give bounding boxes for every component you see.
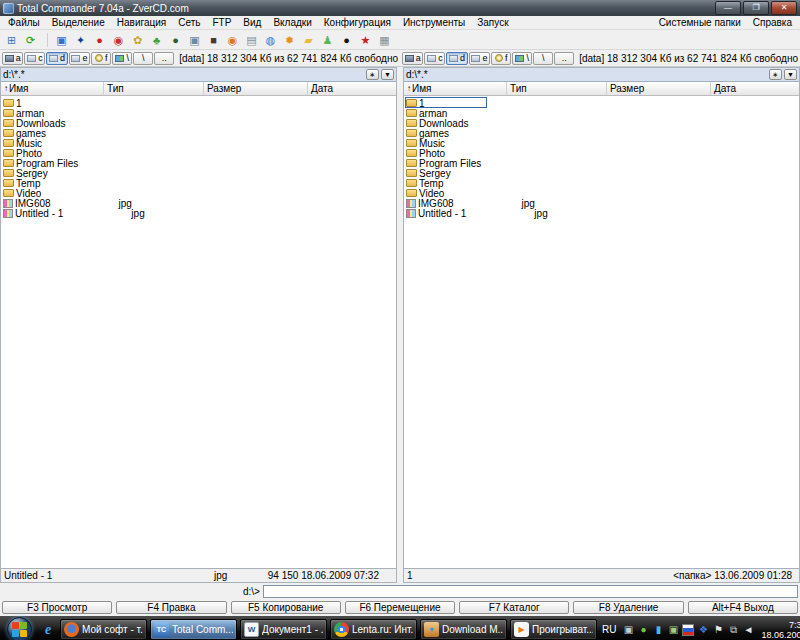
menu-item-9[interactable]: Инструменты [397, 17, 471, 28]
menu-item-8[interactable]: Конфигурация [318, 17, 397, 28]
current-path[interactable]: d:\*.* [406, 69, 767, 80]
network-status-icon[interactable]: ⧉ [727, 624, 739, 636]
panels-swap-icon[interactable]: ⊞ [3, 32, 20, 48]
app-green-icon[interactable]: ♟ [319, 32, 336, 48]
app-dark-disc-icon[interactable]: ● [167, 32, 184, 48]
ru-flag-icon[interactable] [682, 624, 694, 636]
drive-d-button[interactable]: d [46, 52, 67, 65]
history-button[interactable]: ▼ [381, 69, 394, 80]
file-row-11[interactable]: IMG608jpg [1, 198, 396, 208]
drive-e-button[interactable]: e [469, 52, 490, 65]
app-monitor-icon[interactable]: ▤ [243, 32, 260, 48]
file-row-1[interactable]: 1 [1, 98, 396, 108]
messenger-icon[interactable]: ▮ [652, 624, 664, 636]
maximize-button[interactable]: ❐ [743, 1, 769, 15]
menu-item-1[interactable]: Файлы [2, 17, 46, 28]
root-dir-button[interactable]: \ [133, 52, 153, 65]
network-root-button[interactable]: \ [112, 52, 132, 65]
file-list-right[interactable]: 1armanDownloadsgamesMusicPhotoProgram Fi… [404, 96, 799, 568]
internet-explorer-icon[interactable]: e [39, 622, 57, 638]
command-line-input[interactable] [263, 585, 798, 598]
file-row-8[interactable]: Sergey [1, 168, 396, 178]
volume-icon[interactable]: ◄ [742, 624, 754, 636]
app-grid-icon[interactable]: ▦ [376, 32, 393, 48]
taskbar-task-dm[interactable]: ▼Download M... [420, 619, 507, 640]
taskbar-task-player[interactable]: ▶Проигрыват... [510, 619, 597, 640]
parent-dir-button[interactable]: .. [554, 52, 574, 65]
drive-d-button[interactable]: d [446, 52, 467, 65]
favorites-button[interactable]: ∗ [366, 69, 379, 80]
fn-f8-button[interactable]: F8 Удаление [573, 601, 683, 614]
file-row-5[interactable]: Music [1, 138, 396, 148]
file-row-6[interactable]: Photo [1, 148, 396, 158]
app-eightball-icon[interactable]: ● [338, 32, 355, 48]
file-row-2[interactable]: arman [404, 108, 799, 118]
fn-f6-button[interactable]: F6 Перемещение [345, 601, 455, 614]
file-row-12[interactable]: Untitled - 1jpg [404, 208, 799, 218]
history-button[interactable]: ▼ [784, 69, 797, 80]
fn-f3-button[interactable]: F3 Просмотр [2, 601, 112, 614]
file-row-4[interactable]: games [404, 128, 799, 138]
drive-f-button[interactable]: f [491, 52, 511, 65]
menu-item-6[interactable]: Вид [237, 17, 267, 28]
column-header-type[interactable]: Тип [507, 82, 607, 95]
file-row-10[interactable]: Video [404, 188, 799, 198]
minimize-button[interactable]: — [715, 1, 741, 15]
app-fireball-icon[interactable]: ✹ [281, 32, 298, 48]
column-header-date[interactable]: Дата [308, 82, 396, 95]
file-row-12[interactable]: Untitled - 1jpg [1, 208, 396, 218]
security-center-icon[interactable]: ▣ [667, 624, 679, 636]
drive-a-button[interactable]: a [402, 52, 423, 65]
drive-a-button[interactable]: a [2, 52, 23, 65]
fn-f4-button[interactable]: F4 Правка [116, 601, 226, 614]
file-row-2[interactable]: arman [1, 108, 396, 118]
file-row-9[interactable]: Temp [404, 178, 799, 188]
file-row-4[interactable]: games [1, 128, 396, 138]
file-row-9[interactable]: Temp [1, 178, 396, 188]
taskbar-task-firefox[interactable]: Мой софт - т... [60, 619, 147, 640]
menu-item-right-2[interactable]: Справка [747, 17, 798, 28]
column-header-name[interactable]: ↑Имя [404, 82, 507, 95]
file-row-7[interactable]: Program Files [404, 158, 799, 168]
app-globe-icon[interactable]: ◍ [262, 32, 279, 48]
taskbar-task-tc[interactable]: TCTotal Comm... [150, 619, 237, 640]
taskbar-task-chrome[interactable]: Lenta.ru: Инт... [330, 619, 417, 640]
favorites-button[interactable]: ∗ [769, 69, 782, 80]
app-gray-window-icon[interactable]: ▣ [186, 32, 203, 48]
app-star-icon[interactable]: ★ [357, 32, 374, 48]
app-target-icon[interactable]: ◉ [110, 32, 127, 48]
app-dragon-icon[interactable]: ♣ [148, 32, 165, 48]
file-row-7[interactable]: Program Files [1, 158, 396, 168]
column-header-size[interactable]: Размер [607, 82, 711, 95]
column-header-size[interactable]: Размер [204, 82, 308, 95]
app-flower-icon[interactable]: ✿ [129, 32, 146, 48]
app-orange-disc-icon[interactable]: ◉ [224, 32, 241, 48]
parent-dir-button[interactable]: .. [154, 52, 174, 65]
root-dir-button[interactable]: \ [533, 52, 553, 65]
drive-f-button[interactable]: f [91, 52, 111, 65]
close-button[interactable]: ✕ [771, 1, 797, 15]
notification-flag-icon[interactable]: ⚑ [712, 624, 724, 636]
file-row-10[interactable]: Video [1, 188, 396, 198]
start-button[interactable] [7, 617, 32, 640]
app-dark-square-icon[interactable]: ■ [205, 32, 222, 48]
menu-item-4[interactable]: Сеть [172, 17, 206, 28]
display-settings-icon[interactable]: ▣ [622, 624, 634, 636]
column-header-name[interactable]: ↑Имя [1, 82, 104, 95]
taskbar-clock[interactable]: 7:33 18.06.2009 [758, 620, 800, 640]
file-row-3[interactable]: Downloads [404, 118, 799, 128]
drive-c-button[interactable]: c [24, 52, 45, 65]
file-row-6[interactable]: Photo [404, 148, 799, 158]
file-row-11[interactable]: IMG608jpg [404, 198, 799, 208]
menu-item-right-1[interactable]: Системные папки [653, 17, 747, 28]
menu-item-5[interactable]: FTP [206, 17, 237, 28]
file-row-5[interactable]: Music [404, 138, 799, 148]
file-row-1[interactable]: 1 [404, 98, 799, 108]
antivirus-icon[interactable]: ● [637, 624, 649, 636]
fn-f5-button[interactable]: F5 Копирование [231, 601, 341, 614]
menu-item-3[interactable]: Навигация [111, 17, 172, 28]
menu-item-2[interactable]: Выделение [46, 17, 111, 28]
column-header-date[interactable]: Дата [711, 82, 799, 95]
fn-alt-f4-button[interactable]: Alt+F4 Выход [688, 601, 798, 614]
file-list-left[interactable]: 1armanDownloadsgamesMusicPhotoProgram Fi… [1, 96, 396, 568]
